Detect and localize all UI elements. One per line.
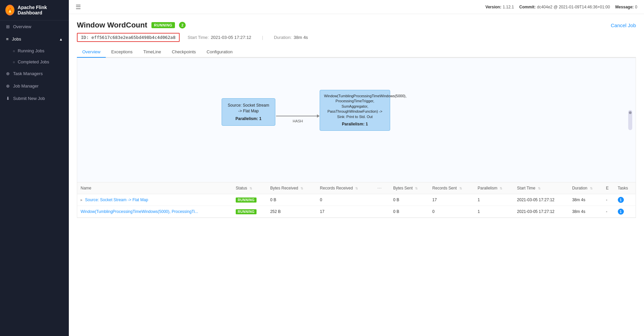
col-name: Name [77, 182, 232, 194]
running-jobs-icon: ○ [13, 49, 15, 53]
graph-scrollbar-thumb [629, 111, 632, 114]
topbar-left: ☰ [76, 3, 81, 11]
row1-records-sent: 17 [429, 194, 474, 206]
menu-icon[interactable]: ☰ [76, 3, 81, 11]
row1-name: ▸ Source: Socket Stream -> Flat Map [77, 194, 232, 206]
row2-tasks-badge: 1 [618, 209, 624, 215]
running-jobs-label: Running Jobs [18, 48, 45, 53]
sidebar-item-task-managers[interactable]: ⊕ Task Managers [0, 67, 69, 80]
tab-configuration[interactable]: Configuration [201, 47, 238, 58]
job-duration: Duration: 38m 4s [274, 35, 308, 40]
col-tasks: Tasks [614, 182, 636, 194]
row2-name-link[interactable]: Window(TumblingProcessingTimeWindows(500… [81, 209, 198, 214]
row2-start-time: 2021-03-05 17:27:12 [514, 206, 569, 218]
row1-e: - [603, 194, 614, 206]
overview-icon: ⊞ [6, 24, 10, 29]
task-managers-label: Task Managers [13, 71, 43, 76]
completed-jobs-icon: ○ [13, 60, 15, 64]
flow-diagram: Source: Socket Stream -> Flat Map Parall… [77, 58, 636, 182]
edge-label: HASH [293, 119, 303, 123]
row2-parallelism: 1 [474, 206, 513, 218]
row1-tasks-badge: 1 [618, 197, 624, 203]
row2-status-badge: RUNNING [236, 209, 257, 214]
job-id-label: ID: [81, 35, 89, 40]
row1-expand-icon[interactable]: ▸ [81, 198, 83, 202]
duration-sort-icon[interactable]: ⇅ [590, 186, 593, 190]
row2-status: RUNNING [232, 206, 267, 218]
commit-label: Commit: [519, 5, 536, 9]
records-sent-sort-icon[interactable]: ⇅ [459, 186, 462, 190]
topbar-right: Version: 1.12.1 Commit: dc404e2 @ 2021-0… [486, 5, 637, 9]
table-row: ▸ Source: Socket Stream -> Flat Map RUNN… [77, 194, 636, 206]
row1-records-received: 0 [317, 194, 373, 206]
flow-node-source[interactable]: Source: Socket Stream -> Flat Map Parall… [222, 98, 275, 126]
status-sort-icon[interactable]: ⇅ [249, 186, 252, 190]
topbar: ☰ Version: 1.12.1 Commit: dc404e2 @ 2021… [69, 0, 644, 14]
sidebar: 🔥 Apache Flink Dashboard ⊞ Overview ≡ Jo… [0, 0, 69, 336]
sidebar-header: 🔥 Apache Flink Dashboard [0, 0, 69, 20]
job-header: Window WordCount RUNNING 2 Cancel Job [77, 21, 636, 30]
sidebar-jobs-label: Jobs [12, 37, 21, 42]
graph-scrollbar[interactable] [628, 110, 632, 130]
row1-duration: 38m 4s [569, 194, 603, 206]
row1-parallelism: 1 [474, 194, 513, 206]
parallelism-sort-icon[interactable]: ⇅ [500, 186, 502, 190]
row2-tasks: 1 [614, 206, 636, 218]
start-time-sort-icon[interactable]: ⇅ [538, 186, 541, 190]
commit-info: Commit: dc404e2 @ 2021-01-09T14:46:36+01… [519, 5, 610, 9]
sidebar-item-job-manager[interactable]: ⊕ Job Manager [0, 80, 69, 92]
row1-bytes-received: 0 B [267, 194, 317, 206]
tab-checkpoints[interactable]: Checkpoints [167, 47, 201, 58]
completed-jobs-label: Completed Jobs [18, 59, 49, 64]
tab-exceptions[interactable]: Exceptions [106, 47, 138, 58]
sidebar-item-overview[interactable]: ⊞ Overview [0, 20, 69, 33]
version-info: Version: 1.12.1 [486, 5, 514, 9]
message-count: 0 [635, 5, 637, 9]
sidebar-item-completed-jobs[interactable]: ○ Completed Jobs [0, 56, 69, 67]
tab-timeline[interactable]: TimeLine [138, 47, 167, 58]
col-e: E [603, 182, 614, 194]
graph-area: Source: Socket Stream -> Flat Map Parall… [77, 58, 636, 218]
row1-status-badge: RUNNING [236, 198, 257, 203]
jobs-icon: ≡ [6, 37, 9, 42]
cancel-job-button[interactable]: Cancel Job [611, 22, 636, 28]
job-meta-row: ID: eff5617c683e2ea65bd498b4c4d062a8 Sta… [77, 33, 636, 42]
tabs-bar: Overview Exceptions TimeLine Checkpoints… [77, 47, 636, 58]
task-managers-icon: ⊕ [6, 71, 10, 76]
start-time-value: 2021-03-05 17:27:12 [211, 35, 251, 40]
row2-bytes-sent: 0 B [390, 206, 429, 218]
table-row: Window(TumblingProcessingTimeWindows(500… [77, 206, 636, 218]
row1-tasks: 1 [614, 194, 636, 206]
col-parallelism: Parallelism ⇅ [474, 182, 513, 194]
tab-overview[interactable]: Overview [77, 47, 106, 58]
bytes-received-sort-icon[interactable]: ⇅ [301, 186, 303, 190]
row1-name-link[interactable]: Source: Socket Stream -> Flat Map [85, 198, 148, 202]
flow-edge: HASH [276, 114, 320, 123]
bytes-sent-sort-icon[interactable]: ⇅ [415, 186, 418, 190]
col-start-time: Start Time ⇅ [514, 182, 569, 194]
row1-status: RUNNING [232, 194, 267, 206]
submit-job-icon: ⬇ [6, 96, 10, 101]
row2-bytes-received: 252 B [267, 206, 317, 218]
duration-value: 38m 4s [293, 35, 308, 40]
node1-parallelism: Parallelism: 1 [227, 116, 270, 122]
start-time-label: Start Time: [188, 35, 209, 40]
row1-bytes-sent: 0 B [390, 194, 429, 206]
row2-empty [372, 206, 390, 218]
node1-title: Source: Socket Stream -> Flat Map [227, 103, 270, 114]
flow-node-window[interactable]: Window(TumblingProcessingTimeWindows(500… [320, 90, 390, 131]
job-status-badge: RUNNING [151, 22, 175, 28]
node2-parallelism: Parallelism: 1 [324, 121, 386, 127]
records-received-sort-icon[interactable]: ⇅ [355, 186, 358, 190]
job-title: Window WordCount [77, 21, 147, 30]
col-bytes-received: Bytes Received ⇅ [267, 182, 317, 194]
sidebar-item-submit-new-job[interactable]: ⬇ Submit New Job [0, 92, 69, 105]
sidebar-item-jobs[interactable]: ≡ Jobs ▲ [0, 33, 69, 45]
table-header: Name Status ⇅ Bytes Received ⇅ Records R… [77, 182, 636, 194]
jobs-chevron-icon: ▲ [59, 37, 63, 41]
sidebar-item-running-jobs[interactable]: ○ Running Jobs [0, 45, 69, 56]
sidebar-title: Apache Flink Dashboard [18, 5, 63, 15]
row1-start-time: 2021-03-05 17:27:12 [514, 194, 569, 206]
version-label: Version: [486, 5, 501, 9]
col-status: Status ⇅ [232, 182, 267, 194]
